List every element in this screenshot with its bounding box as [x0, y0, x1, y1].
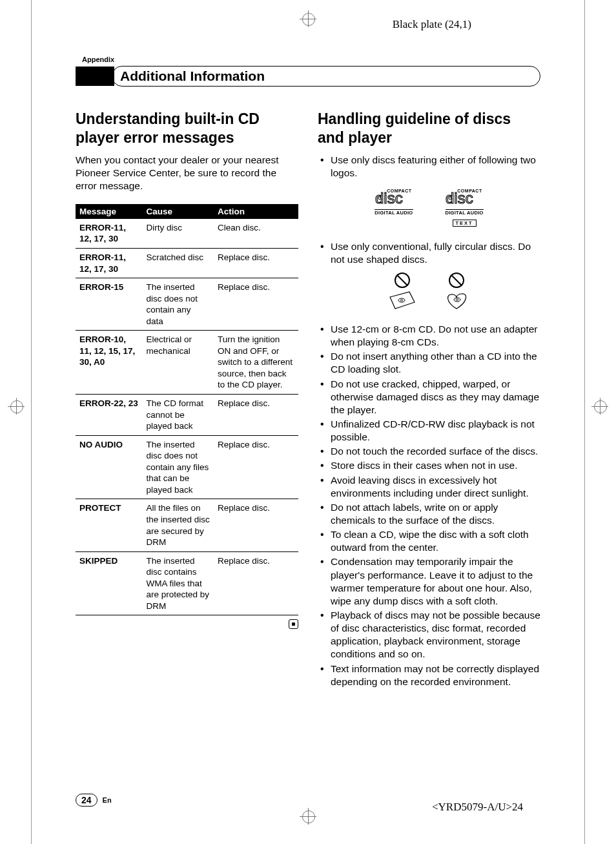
cell-cause: The inserted disc does not contain any f… — [143, 435, 214, 499]
list-item: Playback of discs may not be possible be… — [318, 609, 540, 661]
svg-point-7 — [456, 299, 458, 300]
cd-logos: COMPACT disc DIGITAL AUDIO COMPACT disc — [318, 189, 540, 227]
page-footer: 24 En — [76, 794, 112, 807]
right-column: Handling guideline of discs and player U… — [318, 110, 540, 690]
svg-text:disc: disc — [446, 192, 473, 206]
cell-cause: The CD format cannot be played back — [143, 395, 214, 436]
cell-cause: Scratched disc — [143, 249, 214, 278]
cell-message: ERROR-22, 23 — [76, 395, 143, 436]
cell-action: Replace disc. — [214, 249, 298, 278]
cell-action: Replace disc. — [214, 278, 298, 331]
table-row: ERROR-11, 12, 17, 30Scratched discReplac… — [76, 249, 298, 278]
list-item: Unfinalized CD-R/CD-RW disc playback is … — [318, 418, 540, 444]
cell-action: Turn the ignition ON and OFF, or switch … — [214, 331, 298, 395]
left-heading: Understanding built-in CD player error m… — [76, 110, 298, 147]
shaped-disc-square — [387, 273, 417, 311]
header-tab — [76, 67, 114, 86]
section-end-icon — [76, 619, 298, 632]
cell-cause: All the files on the inserted disc are s… — [143, 499, 214, 551]
header-title: Additional Information — [120, 68, 540, 84]
crop-mark-left — [8, 398, 25, 415]
list-item: Condensation may temporarily impair the … — [318, 555, 540, 608]
shaped-disc-heart — [442, 273, 471, 311]
left-column: Understanding built-in CD player error m… — [76, 110, 298, 690]
plate-info: Black plate (24,1) — [393, 18, 471, 31]
cell-cause: Dirty disc — [143, 219, 214, 249]
list-item: Do not use cracked, chipped, warped, or … — [318, 378, 540, 417]
left-intro: When you contact your dealer or your nea… — [76, 154, 298, 192]
cd-logo-text: COMPACT disc DIGITAL AUDIO TEXT — [446, 189, 484, 227]
cell-message: SKIPPED — [76, 551, 143, 615]
list-item: Use 12-cm or 8-cm CD. Do not use an adap… — [318, 323, 540, 349]
table-row: NO AUDIOThe inserted disc does not conta… — [76, 435, 298, 499]
cell-cause: Electrical or mechanical — [143, 331, 214, 395]
list-item: Do not attach labels, write on or apply … — [318, 501, 540, 527]
list-item: Do not touch the recorded surface of the… — [318, 445, 540, 458]
cell-message: PROTECT — [76, 499, 143, 551]
table-row: PROTECTAll the files on the inserted dis… — [76, 499, 298, 551]
th-message: Message — [76, 204, 143, 219]
cell-cause: The inserted disc does not contain any d… — [143, 278, 214, 331]
cell-cause: The inserted disc contains WMA files tha… — [143, 551, 214, 615]
cell-action: Replace disc. — [214, 395, 298, 436]
right-heading: Handling guideline of discs and player — [318, 110, 540, 147]
table-row: ERROR-22, 23The CD format cannot be play… — [76, 395, 298, 436]
error-table: Message Cause Action ERROR-11, 12, 17, 3… — [76, 204, 298, 615]
bullet-logos: Use only discs featuring either of follo… — [318, 154, 540, 180]
cell-message: NO AUDIO — [76, 435, 143, 499]
th-cause: Cause — [143, 204, 214, 219]
header-pill: Additional Information — [112, 66, 540, 87]
document-id: <YRD5079-A/U>24 — [432, 801, 523, 814]
cell-message: ERROR-10, 11, 12, 15, 17, 30, A0 — [76, 331, 143, 395]
cell-action: Replace disc. — [214, 435, 298, 499]
table-row: ERROR-10, 11, 12, 15, 17, 30, A0Electric… — [76, 331, 298, 395]
cell-message: ERROR-11, 12, 17, 30 — [76, 219, 143, 249]
shaped-discs-illustration — [318, 273, 540, 311]
prohibited-icon — [449, 273, 464, 288]
prohibited-icon — [395, 273, 410, 288]
svg-point-5 — [400, 300, 403, 301]
cell-message: ERROR-11, 12, 17, 30 — [76, 249, 143, 278]
language-code: En — [103, 796, 112, 804]
list-item: Text information may not be correctly di… — [318, 663, 540, 688]
section-header: Additional Information — [76, 66, 540, 87]
list-item: Store discs in their cases when not in u… — [318, 459, 540, 472]
cell-action: Replace disc. — [214, 551, 298, 615]
cell-action: Replace disc. — [214, 499, 298, 551]
cd-logo-digital-audio: COMPACT disc DIGITAL AUDIO — [375, 189, 413, 227]
cell-action: Clean disc. — [214, 219, 298, 249]
list-item: Do not insert anything other than a CD i… — [318, 350, 540, 376]
list-item: To clean a CD, wipe the disc with a soft… — [318, 528, 540, 554]
cell-message: ERROR-15 — [76, 278, 143, 331]
bullet-shaped: Use only conventional, fully circular di… — [318, 240, 540, 266]
table-row: ERROR-15The inserted disc does not conta… — [76, 278, 298, 331]
page-number: 24 — [76, 794, 98, 807]
list-item: Avoid leaving discs in excessively hot e… — [318, 474, 540, 500]
table-row: SKIPPEDThe inserted disc contains WMA fi… — [76, 551, 298, 615]
svg-point-4 — [398, 298, 405, 302]
table-row: ERROR-11, 12, 17, 30Dirty discClean disc… — [76, 219, 298, 249]
crop-mark-right — [591, 398, 608, 415]
appendix-label: Appendix — [82, 56, 540, 63]
svg-text:disc: disc — [375, 192, 403, 206]
svg-point-6 — [454, 298, 460, 302]
th-action: Action — [214, 204, 298, 219]
